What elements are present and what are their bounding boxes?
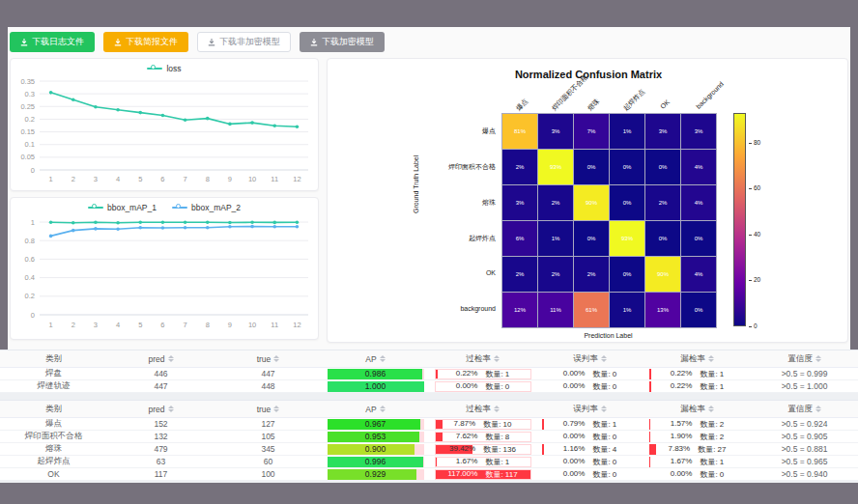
download-button-1[interactable]: 下载日志文件: [10, 32, 95, 52]
sort-icon[interactable]: [601, 355, 607, 362]
legend-item-bbox_mAP_2[interactable]: bbox_mAP_2: [172, 203, 241, 212]
column-header-label: 误判率: [573, 353, 598, 365]
rate-percent: 0.22%: [671, 381, 693, 392]
rate-percent: 0.00%: [563, 432, 586, 442]
cm-y-tick-label: 爆点: [420, 126, 496, 136]
cell-confidence: >0.5 = 0.965: [751, 456, 858, 467]
cell-pred: 63: [107, 456, 214, 467]
sort-icon[interactable]: [168, 355, 174, 362]
svg-text:2: 2: [72, 321, 75, 329]
cell-true: 60: [214, 456, 322, 467]
sort-icon[interactable]: [494, 406, 500, 412]
svg-text:10: 10: [248, 175, 256, 183]
table-row: 熔珠4793450.90039.42%数量: 1361.16%数量: 47.83…: [0, 443, 858, 456]
svg-text:0.05: 0.05: [20, 153, 35, 161]
cell-ap: 0.929: [322, 468, 429, 480]
slim-bar: 0.00%数量: 0: [542, 469, 639, 480]
cm-cell-熔珠-焊印面积不合格: 2%: [538, 185, 573, 220]
download-button-label: 下载加密模型: [322, 36, 374, 48]
slim-bar: 0.00%数量: 0: [649, 469, 746, 480]
cell-misjudge-rate: 0.00%数量: 0: [536, 431, 644, 442]
ap-value: 1.000: [365, 381, 386, 391]
download-toolbar: 下载日志文件下载简报文件下载非加密模型下载加密模型: [10, 32, 385, 53]
legend-item-bbox_mAP_1[interactable]: bbox_mAP_1: [88, 203, 157, 212]
cm-cell-熔珠-background: 4%: [681, 185, 716, 220]
sort-icon[interactable]: [815, 355, 821, 362]
rate-percent: 117.00%: [447, 469, 477, 480]
svg-text:7: 7: [183, 321, 186, 329]
column-header-label: 过检率: [466, 353, 491, 365]
legend-item-loss[interactable]: loss: [147, 64, 181, 73]
map-chart-legend: bbox_mAP_1bbox_mAP_2: [11, 198, 318, 212]
cm-y-tick-label: 焊印面积不合格: [420, 162, 496, 172]
cm-y-tick-label: 熔珠: [420, 198, 496, 208]
download-button-label: 下载日志文件: [32, 36, 84, 48]
rate-percent: 1.67%: [671, 457, 693, 467]
download-button-4[interactable]: 下载加密模型: [300, 32, 385, 52]
column-header-label: 置信度: [787, 404, 813, 415]
sort-icon[interactable]: [601, 406, 607, 412]
rate-count: 数量: 0: [592, 469, 616, 480]
rate-count: 数量: 117: [485, 469, 517, 480]
over-bar: 1.67%数量: 1: [435, 457, 531, 467]
cm-cell-起焊炸点-起焊炸点: 93%: [610, 221, 644, 256]
slim-bar: 0.79%数量: 1: [542, 419, 639, 430]
rate-count: 数量: 0: [592, 381, 616, 392]
window-frame-top: [0, 0, 858, 27]
sort-icon[interactable]: [708, 406, 714, 412]
cm-cell-起焊炸点-熔珠: 0%: [574, 221, 609, 256]
svg-text:6: 6: [160, 175, 164, 183]
cell-ap: 0.986: [322, 368, 429, 379]
column-header-置信度: 置信度: [751, 401, 858, 417]
cm-x-tick-label: background: [695, 80, 725, 110]
results-table-1: 类别predtrueAP过检率误判率漏检率置信度焊盘4464470.9860.2…: [0, 350, 858, 393]
cell-confidence: >0.5 = 0.999: [751, 368, 858, 379]
sort-icon[interactable]: [273, 355, 279, 362]
column-header-label: 类别: [45, 353, 62, 365]
cm-y-tick-label: 起焊炸点: [420, 234, 496, 243]
sort-icon[interactable]: [708, 355, 714, 362]
column-header-类别: 类别: [0, 350, 107, 367]
rate-percent: 0.22%: [456, 369, 478, 379]
rate-percent: 1.16%: [563, 444, 586, 455]
cell-ap: 0.967: [322, 418, 429, 430]
rate-percent: 1.67%: [456, 457, 478, 467]
download-button-2[interactable]: 下载简报文件: [103, 32, 188, 52]
loss-chart[interactable]: 00.050.10.150.20.250.30.3512345678910111…: [11, 73, 318, 189]
rate-percent: 1.57%: [671, 419, 693, 430]
cell-confidence: >0.5 = 1.000: [751, 380, 858, 392]
download-button-3[interactable]: 下载非加密模型: [197, 32, 291, 52]
rate-count: 数量: 0: [485, 381, 509, 392]
cell-true: 345: [214, 443, 322, 455]
column-header-pred: pred: [107, 350, 214, 367]
cell-pred: 132: [107, 431, 214, 442]
confusion-matrix[interactable]: 81%3%7%1%3%3%2%93%0%0%0%4%3%2%90%0%2%4%6…: [501, 113, 717, 328]
svg-text:0.15: 0.15: [20, 127, 35, 136]
sort-icon[interactable]: [494, 355, 500, 362]
cell-miss-rate: 1.67%数量: 1: [644, 456, 751, 467]
column-header-过检率: 过检率: [429, 401, 536, 417]
map-chart[interactable]: 00.20.40.60.81123456789101112: [11, 212, 318, 336]
svg-text:0.2: 0.2: [25, 292, 35, 300]
sort-icon[interactable]: [273, 406, 279, 412]
cm-cell-background-爆点: 12%: [502, 293, 537, 327]
cell-pred: 479: [107, 443, 214, 455]
sort-icon[interactable]: [380, 406, 386, 412]
sort-icon[interactable]: [168, 406, 174, 412]
cell-true: 105: [214, 431, 322, 442]
ap-value: 0.900: [365, 444, 386, 454]
cell-pred: 117: [107, 468, 214, 480]
rate-percent: 0.22%: [671, 369, 693, 379]
column-header-AP: AP: [322, 401, 429, 417]
slim-bar: 1.16%数量: 4: [542, 444, 639, 455]
rate-count: 数量: 0: [700, 469, 724, 480]
table-header-row: 类别predtrueAP过检率误判率漏检率置信度: [0, 350, 858, 368]
column-header-label: AP: [365, 354, 376, 364]
ap-value: 0.986: [365, 369, 386, 378]
svg-text:4: 4: [116, 321, 120, 329]
cm-cell-熔珠-爆点: 3%: [502, 185, 537, 220]
cell-confidence: >0.5 = 0.940: [751, 468, 858, 480]
colorbar-tick: 20: [749, 276, 760, 283]
sort-icon[interactable]: [815, 406, 821, 412]
sort-icon[interactable]: [380, 355, 386, 362]
